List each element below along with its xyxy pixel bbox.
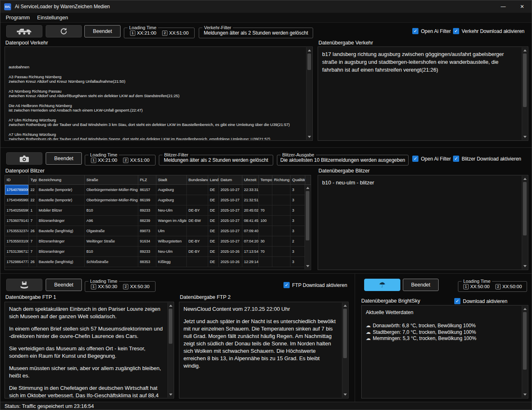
cell-tempo[interactable] — [259, 226, 272, 236]
cell-tempo[interactable]: 100 — [259, 216, 272, 226]
cell-land[interactable]: DE — [208, 247, 219, 256]
cell-id[interactable]: 17529864777 — [5, 257, 29, 267]
open-ai-filter-checkbox[interactable]: Open Ai Filter — [412, 28, 451, 34]
column-header[interactable]: Land — [208, 175, 219, 184]
cell-bundesland[interactable] — [187, 195, 208, 205]
scrollbar-thumb[interactable] — [343, 309, 347, 358]
cell-qualitaet[interactable]: 3 — [290, 185, 305, 195]
cell-tempo[interactable] — [259, 257, 272, 267]
cell-tempo[interactable]: 30 — [259, 236, 272, 246]
cell-bundesland[interactable]: DE-BW — [187, 216, 208, 226]
column-header[interactable]: Datum — [219, 175, 242, 184]
cell-richtung[interactable] — [272, 216, 290, 226]
table-row[interactable]: 17535503106 7 Blitzeranhänger Weiltinger… — [5, 236, 305, 247]
scroll-up-icon[interactable] — [306, 187, 309, 189]
cell-uhrzeit[interactable]: 12:29:14 — [242, 257, 259, 267]
table-row[interactable]: 17529864777 26 Baustelle (langfristig) S… — [5, 257, 305, 267]
cell-plz[interactable]: 86199 — [138, 195, 156, 205]
cell-stadt[interactable]: Wilburgstetten — [156, 236, 187, 246]
checkbox-checked-icon[interactable] — [453, 156, 459, 162]
datenuebergabe-ftp1-pane[interactable]: Nach dem spektakulären Einbruch in den P… — [5, 302, 174, 398]
scroll-up-icon[interactable] — [523, 308, 527, 310]
checkbox-checked-icon[interactable] — [412, 28, 418, 34]
cell-uhrzeit[interactable]: 08:41:45 — [242, 216, 259, 226]
cell-id[interactable]: 17540789006 — [5, 185, 29, 195]
scrollbar-thumb[interactable] — [523, 182, 527, 235]
cell-strasse[interactable]: Oberbürgermeister-Müller-Ring — [85, 185, 138, 195]
scroll-down-icon[interactable] — [344, 394, 347, 396]
cell-richtung[interactable] — [272, 236, 290, 246]
cell-datum[interactable]: 2025-10-26 — [219, 247, 242, 256]
scrollbar-thumb[interactable] — [523, 312, 527, 370]
cell-typ[interactable]: 26 — [29, 226, 37, 236]
scroll-down-icon[interactable] — [306, 265, 309, 267]
scrollbar-thumb[interactable] — [307, 54, 311, 70]
scroll-down-icon[interactable] — [523, 136, 527, 138]
cell-plz[interactable]: 88239 — [138, 216, 156, 226]
cell-id[interactable]: 17531396713 — [5, 247, 29, 256]
scrollbar-thumb[interactable] — [306, 191, 309, 240]
cell-stadt[interactable]: Augsburg — [156, 195, 187, 205]
cell-uhrzeit[interactable]: 22:33:31 — [242, 185, 259, 195]
cell-land[interactable]: DE — [208, 195, 219, 205]
column-header[interactable]: Bundesland — [187, 175, 208, 184]
scroll-down-icon[interactable] — [523, 265, 527, 267]
cell-id[interactable]: 17540495969 — [5, 195, 29, 205]
cell-richtung[interactable] — [272, 205, 290, 215]
cell-strasse[interactable]: Olgastraße — [85, 226, 138, 236]
blitzer-table[interactable]: IDTypBezeichnungStraßePLZStadtBundesland… — [5, 175, 311, 270]
menu-programm[interactable]: Programm — [2, 14, 33, 22]
cell-typ[interactable]: 7 — [29, 236, 37, 246]
cell-land[interactable]: DE — [208, 185, 219, 195]
cell-qualitaet[interactable]: 3 — [290, 247, 305, 256]
scroll-down-icon[interactable] — [523, 394, 527, 396]
cell-strasse[interactable]: Schloßstraße — [85, 257, 138, 267]
cell-plz[interactable]: 89233 — [138, 205, 156, 215]
cell-uhrzeit[interactable]: 21:32:51 — [242, 195, 259, 205]
cell-bundesland[interactable]: DE-BY — [187, 247, 208, 256]
cell-richtung[interactable] — [272, 257, 290, 267]
column-header[interactable]: Qualität — [290, 175, 305, 184]
minimize-button[interactable]: — — [494, 0, 513, 13]
ftp-source-button[interactable] — [6, 279, 42, 291]
table-row[interactable]: 17535532374 26 Baustelle (langfristig) O… — [5, 226, 305, 236]
scrollbar-thumb[interactable] — [169, 309, 172, 344]
table-row[interactable]: 17540789006 22 Baustelle (temporär) Ober… — [5, 185, 305, 195]
cell-richtung[interactable] — [272, 195, 290, 205]
brightsky-beendet-button[interactable]: Beendet — [403, 279, 439, 291]
cell-strasse[interactable]: Weiltinger Straße — [85, 236, 138, 246]
cell-richtung[interactable] — [272, 185, 290, 195]
cell-stadt[interactable]: Kißlegg — [156, 257, 187, 267]
column-header[interactable]: ID — [5, 175, 29, 184]
cell-id[interactable]: 17540256596 — [5, 205, 29, 215]
datenpool-verkehr-pane[interactable]: autobahnen A3 Passau Richtung Nürnberg z… — [5, 47, 313, 141]
column-header[interactable]: Bezeichnung — [37, 175, 85, 184]
scroll-up-icon[interactable] — [308, 49, 311, 51]
cell-id[interactable]: 17535532374 — [5, 226, 29, 236]
cell-stadt[interactable]: Augsburg — [156, 185, 187, 195]
cell-strasse[interactable]: B10 — [85, 205, 138, 215]
cell-qualitaet[interactable]: 3 — [290, 216, 305, 226]
cell-typ[interactable]: 7 — [29, 216, 37, 226]
cell-richtung[interactable] — [272, 247, 290, 256]
cell-typ[interactable]: 26 — [29, 257, 37, 267]
ftp-beendet-button[interactable]: Beendet — [46, 279, 82, 291]
cell-datum[interactable]: 2025-10-27 — [219, 226, 242, 236]
cell-stadt[interactable]: Ulm — [156, 226, 187, 236]
cell-qualitaet[interactable]: 3 — [290, 195, 305, 205]
column-header[interactable]: Tempo — [259, 175, 272, 184]
brightsky-source-button[interactable] — [364, 279, 400, 291]
cell-bezeichnung[interactable]: Blitzeranhänger — [37, 216, 85, 226]
traffic-source-button[interactable] — [6, 25, 42, 37]
checkbox-checked-icon[interactable] — [454, 298, 460, 304]
traffic-refresh-button[interactable] — [46, 25, 82, 37]
verkehr-download-checkbox[interactable]: Verkehr Download aktivieren — [453, 28, 525, 34]
close-button[interactable]: ✕ — [513, 0, 532, 13]
cell-plz[interactable]: 88353 — [138, 257, 156, 267]
cell-strasse[interactable]: Oberbürgermeister-Müller-Ring — [85, 195, 138, 205]
cell-datum[interactable]: 2025-10-27 — [219, 236, 242, 246]
scrollbar[interactable] — [304, 185, 310, 269]
cell-bezeichnung[interactable]: Baustelle (langfristig) — [37, 226, 85, 236]
column-header[interactable]: Richtung — [272, 175, 290, 184]
scroll-up-icon[interactable] — [523, 49, 527, 51]
